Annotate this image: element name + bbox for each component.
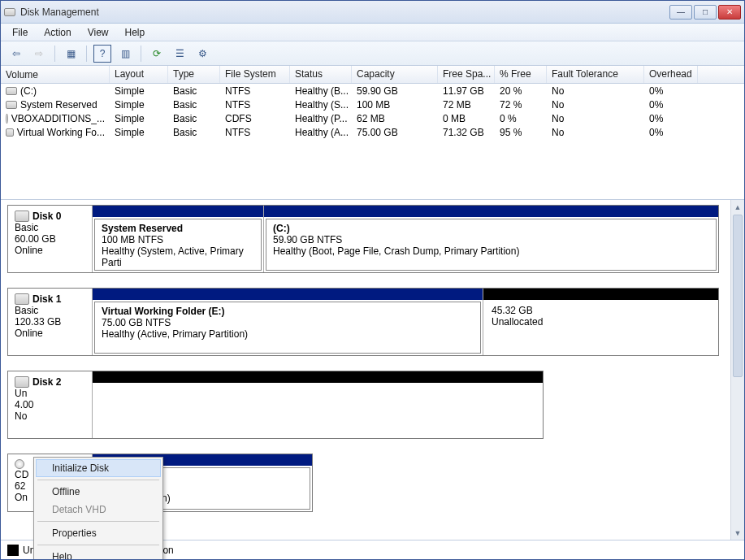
context-offline[interactable]: Offline: [36, 483, 161, 501]
menu-view[interactable]: View: [81, 25, 115, 40]
column-status[interactable]: Status: [290, 66, 352, 83]
disk-block[interactable]: Disk 0 Basic 60.00 GB Online System Rese…: [7, 205, 719, 273]
volume-overhead: 0%: [644, 113, 698, 124]
context-menu: Initialize Disk Offline Detach VHD Prope…: [33, 457, 163, 559]
list-button[interactable]: ☰: [171, 45, 188, 63]
column-overhead[interactable]: Overhead: [644, 66, 698, 83]
column-file-system[interactable]: File System: [220, 66, 290, 83]
volume-icon: [6, 128, 14, 137]
partition[interactable]: System Reserved 100 MB NTFS Healthy (Sys…: [93, 206, 263, 272]
volume-type: Basic: [168, 127, 220, 138]
partition-status: Healthy (Active, Primary Partition): [102, 328, 474, 340]
volume-status: Healthy (A...: [290, 127, 352, 138]
volume-row[interactable]: VBOXADDITIONS_... Simple Basic CDFS Heal…: [1, 111, 744, 125]
column-free-space[interactable]: Free Spa...: [438, 66, 495, 83]
volume-type: Basic: [168, 99, 220, 111]
window-title: Disk Management: [20, 7, 99, 18]
disk-size: 4.00: [15, 399, 85, 410]
window-controls: — □ ✕: [669, 5, 741, 20]
disk-label: Disk 1 Basic 120.33 GB Online: [8, 289, 93, 355]
context-detach-vhd[interactable]: Detach VHD: [36, 501, 161, 519]
volume-layout: Simple: [110, 127, 168, 138]
disk-status: No: [15, 410, 85, 422]
help-button[interactable]: ?: [93, 45, 111, 63]
volume-layout: Simple: [110, 85, 168, 97]
partition[interactable]: Virtual Working Folder (E:) 75.00 GB NTF…: [93, 289, 483, 355]
disk-icon: [15, 211, 29, 222]
partition-title: System Reserved: [102, 223, 254, 234]
column-capacity[interactable]: Capacity: [352, 66, 438, 83]
disk-label: Disk 0 Basic 60.00 GB Online: [8, 206, 93, 272]
volume-free: 72 MB: [438, 99, 495, 111]
volume-name: System Reserved: [20, 99, 97, 111]
context-separator: [37, 480, 159, 480]
window-frame: Disk Management — □ ✕ File Action View H…: [0, 0, 745, 560]
disk-size: 120.33 GB: [15, 316, 85, 328]
menu-help[interactable]: Help: [119, 25, 152, 40]
minimize-button[interactable]: —: [669, 5, 692, 20]
toolbar-separator: [54, 46, 55, 62]
partition-unallocated[interactable]: [93, 371, 543, 438]
disk-type: Basic: [15, 305, 85, 316]
column-layout[interactable]: Layout: [110, 66, 168, 83]
forward-button[interactable]: ⇨: [30, 45, 48, 63]
disk-name: Disk 0: [32, 211, 61, 222]
disk-name: Disk 2: [32, 376, 61, 388]
context-initialize-disk[interactable]: Initialize Disk: [36, 459, 161, 477]
partition-unallocated[interactable]: 45.32 GB Unallocated: [483, 289, 718, 355]
volume-free: 0 MB: [438, 113, 495, 124]
partition-status: Healthy (System, Active, Primary Parti: [102, 245, 254, 268]
column-volume[interactable]: Volume: [1, 66, 110, 83]
settings-button[interactable]: ▥: [116, 45, 134, 63]
partition[interactable]: (C:) 59.90 GB NTFS Healthy (Boot, Page F…: [263, 206, 718, 272]
more-button[interactable]: ⚙: [193, 45, 211, 63]
column-fault-tolerance[interactable]: Fault Tolerance: [547, 66, 644, 83]
context-properties[interactable]: Properties: [36, 524, 161, 542]
column-type[interactable]: Type: [168, 66, 220, 83]
partition-status: Healthy (Boot, Page File, Crash Dump, Pr…: [273, 245, 709, 257]
volume-row[interactable]: System Reserved Simple Basic NTFS Health…: [1, 98, 744, 111]
volume-status: Healthy (S...: [290, 99, 352, 111]
show-hide-console-tree-button[interactable]: ▦: [62, 45, 80, 63]
maximize-button[interactable]: □: [694, 5, 717, 20]
volume-overhead: 0%: [644, 85, 698, 97]
volume-name: VBOXADDITIONS_...: [11, 113, 105, 124]
disk-block[interactable]: Disk 2 Un 4.00 No: [7, 371, 544, 439]
scroll-down-arrow[interactable]: ▼: [731, 526, 744, 540]
scroll-up-arrow[interactable]: ▲: [731, 200, 744, 214]
menu-file[interactable]: File: [6, 25, 34, 40]
volume-type: Basic: [168, 85, 220, 97]
partition-size: 59.90 GB NTFS: [273, 234, 709, 245]
volume-pfree: 72 %: [495, 99, 547, 111]
volume-fault: No: [547, 113, 644, 124]
partition-color-bar: [93, 371, 543, 383]
back-button[interactable]: ⇦: [7, 45, 25, 63]
volume-overhead: 0%: [644, 99, 698, 111]
volume-type: Basic: [168, 113, 220, 124]
volume-row[interactable]: (C:) Simple Basic NTFS Healthy (B... 59.…: [1, 84, 744, 98]
toolbar: ⇦ ⇨ ▦ ? ▥ ⟳ ☰ ⚙: [1, 41, 744, 66]
volume-capacity: 59.90 GB: [352, 85, 438, 97]
toolbar-separator: [86, 46, 87, 62]
volume-free: 11.97 GB: [438, 85, 495, 97]
scroll-thumb[interactable]: [733, 215, 743, 377]
volume-fs: NTFS: [220, 99, 290, 111]
partition-size: 45.32 GB: [492, 305, 710, 316]
volume-pfree: 0 %: [495, 113, 547, 124]
partition-color-bar: [93, 206, 263, 217]
column-percent-free[interactable]: % Free: [495, 66, 547, 83]
menu-action[interactable]: Action: [37, 25, 77, 40]
context-help[interactable]: Help: [36, 548, 161, 559]
close-button[interactable]: ✕: [718, 5, 741, 20]
volume-overhead: 0%: [644, 127, 698, 138]
volume-fs: CDFS: [220, 113, 290, 124]
refresh-button[interactable]: ⟳: [148, 45, 166, 63]
partition-color-bar: [483, 289, 718, 300]
vertical-scrollbar[interactable]: ▲ ▼: [730, 200, 744, 540]
context-separator: [37, 521, 159, 522]
legend-swatch-unallocated: [7, 545, 19, 556]
disk-name: Disk 1: [32, 293, 61, 305]
disk-block[interactable]: Disk 1 Basic 120.33 GB Online Virtual Wo…: [7, 288, 719, 356]
volume-layout: Simple: [110, 113, 168, 124]
volume-row[interactable]: Virtual Working Fo... Simple Basic NTFS …: [1, 125, 744, 139]
